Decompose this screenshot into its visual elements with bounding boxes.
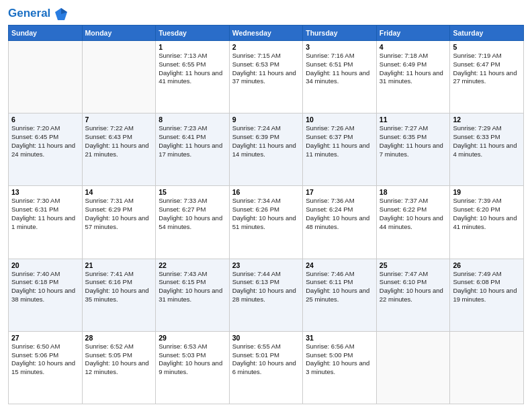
day-number: 13: [11, 188, 79, 196]
day-info-text: Sunset: 6:10 PM: [380, 278, 447, 287]
day-info-text: Sunset: 6:31 PM: [11, 205, 79, 214]
day-number: 3: [306, 43, 373, 51]
day-info-text: Sunrise: 7:23 AM: [159, 124, 226, 133]
day-info-text: Sunset: 6:27 PM: [159, 205, 226, 214]
day-info-text: Daylight: 10 hours and 57 minutes.: [85, 214, 153, 232]
calendar-cell: 3Sunrise: 7:16 AMSunset: 6:51 PMDaylight…: [303, 41, 377, 113]
day-number: 30: [232, 334, 300, 342]
calendar-cell: 6Sunrise: 7:20 AMSunset: 6:45 PMDaylight…: [9, 113, 83, 186]
day-info-text: Daylight: 11 hours and 14 minutes.: [232, 142, 300, 159]
day-info-text: Daylight: 10 hours and 6 minutes.: [232, 359, 300, 377]
day-info-text: Sunrise: 7:36 AM: [306, 197, 373, 205]
calendar-cell: 17Sunrise: 7:36 AMSunset: 6:24 PMDayligh…: [303, 186, 377, 259]
day-info-text: Sunrise: 7:41 AM: [85, 270, 153, 279]
day-info-text: Daylight: 11 hours and 37 minutes.: [232, 69, 300, 87]
day-info-text: Daylight: 10 hours and 35 minutes.: [85, 287, 153, 304]
day-number: 31: [306, 334, 373, 342]
day-info-text: Daylight: 10 hours and 41 minutes.: [453, 214, 521, 232]
day-info-text: Daylight: 11 hours and 11 minutes.: [306, 142, 373, 159]
day-number: 27: [11, 334, 79, 342]
calendar-week-row: 27Sunrise: 6:50 AMSunset: 5:06 PMDayligh…: [9, 331, 524, 404]
day-info-text: Daylight: 10 hours and 48 minutes.: [306, 214, 373, 232]
day-info-text: Sunset: 6:53 PM: [232, 60, 300, 69]
day-info-text: Sunrise: 7:27 AM: [380, 124, 447, 133]
calendar-cell: 8Sunrise: 7:23 AMSunset: 6:41 PMDaylight…: [156, 113, 230, 186]
day-info-text: Sunrise: 7:15 AM: [232, 52, 300, 60]
day-info-text: Sunset: 6:08 PM: [453, 278, 521, 287]
day-number: 5: [453, 43, 521, 51]
day-number: 15: [159, 188, 226, 196]
logo: General: [8, 7, 69, 19]
day-number: 17: [306, 188, 373, 196]
day-info-text: Sunrise: 7:24 AM: [232, 124, 300, 133]
calendar-table: SundayMondayTuesdayWednesdayThursdayFrid…: [8, 25, 524, 404]
calendar-cell: 20Sunrise: 7:40 AMSunset: 6:18 PMDayligh…: [9, 259, 83, 331]
day-number: 9: [232, 116, 300, 124]
calendar-cell: 11Sunrise: 7:27 AMSunset: 6:35 PMDayligh…: [376, 113, 450, 186]
day-info-text: Sunrise: 7:40 AM: [11, 270, 79, 279]
day-info-text: Sunrise: 7:46 AM: [306, 270, 373, 279]
day-info-text: Sunset: 6:43 PM: [85, 133, 153, 142]
day-info-text: Sunrise: 7:19 AM: [453, 52, 521, 60]
day-number: 22: [159, 261, 226, 269]
calendar-cell: 14Sunrise: 7:31 AMSunset: 6:29 PMDayligh…: [82, 186, 156, 259]
calendar-cell: 5Sunrise: 7:19 AMSunset: 6:47 PMDaylight…: [450, 41, 524, 113]
calendar-cell: 22Sunrise: 7:43 AMSunset: 6:15 PMDayligh…: [156, 259, 230, 331]
day-info-text: Daylight: 10 hours and 51 minutes.: [232, 214, 300, 232]
calendar-cell: 30Sunrise: 6:55 AMSunset: 5:01 PMDayligh…: [229, 331, 303, 404]
calendar-cell: 28Sunrise: 6:52 AMSunset: 5:05 PMDayligh…: [82, 331, 156, 404]
day-number: 11: [380, 116, 447, 124]
day-info-text: Sunrise: 7:37 AM: [380, 197, 447, 205]
day-info-text: Sunrise: 7:20 AM: [11, 124, 79, 133]
calendar-cell: 4Sunrise: 7:18 AMSunset: 6:49 PMDaylight…: [376, 41, 450, 113]
day-info-text: Daylight: 10 hours and 28 minutes.: [232, 287, 300, 304]
day-info-text: Sunrise: 6:56 AM: [306, 342, 373, 351]
day-info-text: Sunset: 6:51 PM: [306, 60, 373, 69]
calendar-cell: 16Sunrise: 7:34 AMSunset: 6:26 PMDayligh…: [229, 186, 303, 259]
calendar-week-row: 6Sunrise: 7:20 AMSunset: 6:45 PMDaylight…: [9, 113, 524, 186]
calendar-cell: 23Sunrise: 7:44 AMSunset: 6:13 PMDayligh…: [229, 259, 303, 331]
calendar-cell: [82, 41, 156, 113]
day-info-text: Sunrise: 6:53 AM: [159, 342, 226, 351]
day-info-text: Sunset: 5:05 PM: [85, 351, 153, 360]
day-info-text: Sunrise: 7:18 AM: [380, 52, 447, 60]
calendar-cell: 24Sunrise: 7:46 AMSunset: 6:11 PMDayligh…: [303, 259, 377, 331]
day-info-text: Sunrise: 6:50 AM: [11, 342, 79, 351]
day-info-text: Sunrise: 7:22 AM: [85, 124, 153, 133]
day-info-text: Daylight: 10 hours and 12 minutes.: [85, 359, 153, 377]
day-info-text: Sunset: 6:13 PM: [232, 278, 300, 287]
calendar-cell: 27Sunrise: 6:50 AMSunset: 5:06 PMDayligh…: [9, 331, 83, 404]
day-info-text: Daylight: 11 hours and 17 minutes.: [159, 142, 226, 159]
day-number: 14: [85, 188, 153, 196]
day-number: 6: [11, 116, 79, 124]
day-info-text: Daylight: 11 hours and 41 minutes.: [159, 69, 226, 87]
day-info-text: Sunrise: 7:31 AM: [85, 197, 153, 205]
calendar-week-row: 1Sunrise: 7:13 AMSunset: 6:55 PMDaylight…: [9, 41, 524, 113]
day-number: 7: [85, 116, 153, 124]
calendar-cell: 1Sunrise: 7:13 AMSunset: 6:55 PMDaylight…: [156, 41, 230, 113]
day-number: 28: [85, 334, 153, 342]
calendar-header-row: SundayMondayTuesdayWednesdayThursdayFrid…: [9, 26, 524, 41]
calendar-cell: 21Sunrise: 7:41 AMSunset: 6:16 PMDayligh…: [82, 259, 156, 331]
day-info-text: Sunrise: 7:34 AM: [232, 197, 300, 205]
calendar-week-row: 20Sunrise: 7:40 AMSunset: 6:18 PMDayligh…: [9, 259, 524, 331]
day-number: 19: [453, 188, 521, 196]
calendar-cell: 29Sunrise: 6:53 AMSunset: 5:03 PMDayligh…: [156, 331, 230, 404]
day-info-text: Daylight: 11 hours and 1 minute.: [11, 214, 79, 232]
day-number: 10: [306, 116, 373, 124]
day-info-text: Daylight: 11 hours and 31 minutes.: [380, 69, 447, 87]
day-info-text: Sunrise: 7:44 AM: [232, 270, 300, 279]
day-info-text: Daylight: 10 hours and 31 minutes.: [159, 287, 226, 304]
day-number: 29: [159, 334, 226, 342]
day-info-text: Daylight: 10 hours and 38 minutes.: [11, 287, 79, 304]
calendar-cell: [376, 331, 450, 404]
day-info-text: Sunset: 6:16 PM: [85, 278, 153, 287]
day-info-text: Daylight: 10 hours and 3 minutes.: [306, 359, 373, 377]
day-header-saturday: Saturday: [450, 26, 524, 41]
day-info-text: Sunset: 6:18 PM: [11, 278, 79, 287]
day-info-text: Daylight: 11 hours and 24 minutes.: [11, 142, 79, 159]
calendar-cell: 9Sunrise: 7:24 AMSunset: 6:39 PMDaylight…: [229, 113, 303, 186]
calendar-cell: 25Sunrise: 7:47 AMSunset: 6:10 PMDayligh…: [376, 259, 450, 331]
logo-flag-icon: [54, 7, 69, 21]
calendar-cell: [450, 331, 524, 404]
